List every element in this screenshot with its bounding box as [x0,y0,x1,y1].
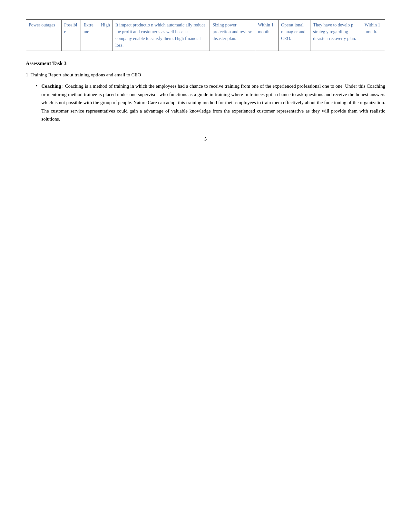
cell-extreme: Extre me [81,20,98,51]
section1-link[interactable]: 1. Training Report about training option… [26,72,385,78]
cell-sizing: Sizing power protection and review disas… [210,20,255,51]
bullet-icon: • [35,83,37,89]
page-number: 5 [26,136,385,142]
cell-high: High [98,20,113,51]
table-row: Power outages Possibl e Extre me High It… [26,20,385,51]
cell-operational: Operat ional manag er and CEO. [279,20,310,51]
cell-they: They have to develo p strateg y regardi … [310,20,362,51]
risk-table: Power outages Possibl e Extre me High It… [26,19,385,51]
bullet-item-coaching: • Coaching : Coaching is a method of tra… [35,82,385,123]
bullet-section: • Coaching : Coaching is a method of tra… [35,82,385,123]
assessment-title: Assessment Task 3 [26,61,385,66]
cell-power-outages: Power outages [26,20,62,51]
cell-possible: Possibl e [62,20,81,51]
coaching-body: : Coaching is a method of training in wh… [41,84,385,122]
bullet-coaching-text: Coaching : Coaching is a method of train… [41,82,385,123]
cell-within1: Within 1 month. [255,20,278,51]
page-container: Power outages Possibl e Extre me High It… [26,19,385,142]
cell-within2: Within 1 month. [362,20,385,51]
cell-impact: It impact productio n which automatic al… [113,20,210,51]
coaching-label: Coaching [41,84,61,89]
